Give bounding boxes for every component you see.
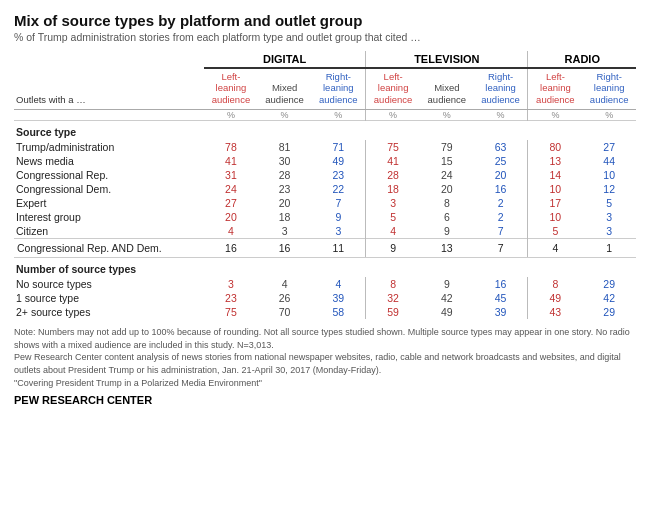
chart-subtitle: % of Trump administration stories from e… (14, 31, 636, 43)
data-cell: 8 (528, 277, 582, 291)
note-1: Note: Numbers may not add up to 100% bec… (14, 327, 630, 350)
data-cell: 49 (528, 291, 582, 305)
data-cell: 23 (258, 182, 312, 196)
section-label: Source type (14, 121, 636, 141)
row-label: Interest group (14, 210, 204, 224)
table-row: 1 source type2326393242454942 (14, 291, 636, 305)
data-cell: 16 (474, 277, 528, 291)
pct-d-r: % (311, 110, 365, 121)
data-cell: 8 (420, 196, 474, 210)
data-cell: 30 (258, 154, 312, 168)
data-cell: 24 (420, 168, 474, 182)
data-cell: 5 (366, 210, 420, 224)
data-cell: 41 (204, 154, 258, 168)
row-label: No source types (14, 277, 204, 291)
data-cell: 4 (204, 224, 258, 239)
table-row: Expert27207382175 (14, 196, 636, 210)
data-cell: 49 (311, 154, 365, 168)
combined-row-label: Congressional Rep. AND Dem. (14, 239, 204, 258)
combined-data-cell: 11 (311, 239, 365, 258)
row-label: News media (14, 154, 204, 168)
row-label: Congressional Dem. (14, 182, 204, 196)
data-cell: 16 (474, 182, 528, 196)
data-cell: 10 (528, 182, 582, 196)
data-cell: 39 (311, 291, 365, 305)
data-cell: 3 (311, 224, 365, 239)
data-cell: 75 (366, 140, 420, 154)
tv-left-header: Left-leaningaudience (366, 68, 420, 110)
combined-data-cell: 9 (366, 239, 420, 258)
pct-d-l: % (204, 110, 258, 121)
pct-t-l: % (366, 110, 420, 121)
data-cell: 27 (582, 140, 636, 154)
data-cell: 29 (582, 277, 636, 291)
pct-d-m: % (258, 110, 312, 121)
data-cell: 3 (204, 277, 258, 291)
note-3: "Covering President Trump in a Polarized… (14, 378, 262, 388)
data-cell: 2 (474, 210, 528, 224)
pct-r-l: % (528, 110, 582, 121)
data-cell: 32 (366, 291, 420, 305)
outlet-col-label: Outlets with a … (14, 68, 204, 110)
section-header-row: Number of source types (14, 258, 636, 278)
data-cell: 2 (474, 196, 528, 210)
data-cell: 4 (258, 277, 312, 291)
tv-mixed-header: Mixedaudience (420, 68, 474, 110)
data-cell: 9 (420, 277, 474, 291)
section-label: Number of source types (14, 258, 636, 278)
digital-right-header: Right-leaningaudience (311, 68, 365, 110)
radio-left-header: Left-leaningaudience (528, 68, 582, 110)
data-cell: 26 (258, 291, 312, 305)
data-cell: 3 (366, 196, 420, 210)
row-label-col-header (14, 51, 204, 68)
data-cell: 45 (474, 291, 528, 305)
data-cell: 10 (528, 210, 582, 224)
data-cell: 80 (528, 140, 582, 154)
table-row: Interest group20189562103 (14, 210, 636, 224)
row-label: Citizen (14, 224, 204, 239)
data-cell: 43 (528, 305, 582, 319)
combined-data-cell: 1 (582, 239, 636, 258)
data-cell: 58 (311, 305, 365, 319)
digital-mixed-header: Mixedaudience (258, 68, 312, 110)
data-cell: 5 (528, 224, 582, 239)
data-cell: 20 (258, 196, 312, 210)
digital-left-header: Left-leaningaudience (204, 68, 258, 110)
tv-right-header: Right-leaningaudience (474, 68, 528, 110)
table-row: News media4130494115251344 (14, 154, 636, 168)
data-cell: 28 (258, 168, 312, 182)
data-cell: 13 (528, 154, 582, 168)
data-cell: 3 (582, 224, 636, 239)
pct-t-r: % (474, 110, 528, 121)
data-cell: 63 (474, 140, 528, 154)
table-row: Congressional Dem.2423221820161012 (14, 182, 636, 196)
data-cell: 20 (420, 182, 474, 196)
data-cell: 9 (420, 224, 474, 239)
data-cell: 3 (258, 224, 312, 239)
data-cell: 17 (528, 196, 582, 210)
data-cell: 70 (258, 305, 312, 319)
data-cell: 15 (420, 154, 474, 168)
data-cell: 27 (204, 196, 258, 210)
data-cell: 81 (258, 140, 312, 154)
data-cell: 49 (420, 305, 474, 319)
data-cell: 44 (582, 154, 636, 168)
row-label: Expert (14, 196, 204, 210)
data-cell: 7 (474, 224, 528, 239)
data-cell: 23 (311, 168, 365, 182)
data-cell: 31 (204, 168, 258, 182)
data-cell: 42 (582, 291, 636, 305)
row-label: 1 source type (14, 291, 204, 305)
data-cell: 8 (366, 277, 420, 291)
radio-group-header: RADIO (528, 51, 636, 68)
row-label: Congressional Rep. (14, 168, 204, 182)
data-cell: 24 (204, 182, 258, 196)
data-cell: 75 (204, 305, 258, 319)
combined-data-cell: 13 (420, 239, 474, 258)
data-cell: 39 (474, 305, 528, 319)
data-cell: 20 (474, 168, 528, 182)
data-cell: 71 (311, 140, 365, 154)
data-cell: 42 (420, 291, 474, 305)
data-cell: 18 (258, 210, 312, 224)
data-cell: 29 (582, 305, 636, 319)
